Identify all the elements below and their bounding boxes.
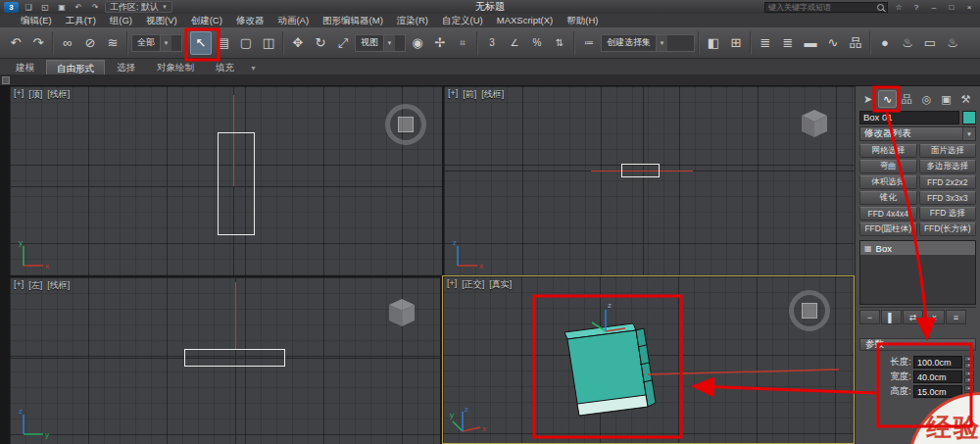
box-wireframe-front[interactable] — [621, 164, 660, 177]
length-spinner[interactable]: ▲▼ — [964, 356, 974, 369]
snap-toggle-3d[interactable]: 3 — [481, 31, 503, 55]
window-crossing-toggle[interactable]: ◫ — [258, 31, 279, 55]
tab-hierarchy[interactable]: 品 — [898, 90, 916, 108]
remove-modifier-button[interactable]: × — [924, 310, 945, 324]
named-selection-set-dropdown[interactable]: 创建选择集 ▼ — [601, 34, 695, 52]
viewcube-face[interactable] — [802, 303, 817, 319]
keyboard-override-toggle[interactable]: ⌗ — [452, 31, 473, 55]
unlink-selection-icon[interactable]: ⊘ — [79, 31, 101, 55]
menu-group[interactable]: 组(G) — [103, 14, 139, 27]
select-by-name-button[interactable]: ▤ — [213, 31, 234, 55]
select-and-rotate-button[interactable]: ↻ — [310, 31, 331, 55]
width-field[interactable]: 40.0cm — [913, 370, 962, 383]
reference-coordinate-dropdown[interactable]: 视图 ▼ — [355, 34, 406, 52]
spinner-snap-toggle[interactable]: ⇅ — [549, 31, 570, 55]
select-and-move-button[interactable]: ✥ — [287, 31, 309, 55]
selection-filter-dropdown[interactable]: 全部 ▼ — [131, 34, 182, 52]
show-end-result-button[interactable]: ▌ — [881, 310, 902, 324]
modifier-button[interactable]: 多边形选择 — [919, 160, 977, 173]
spin-up-icon[interactable]: ▲ — [964, 385, 974, 391]
width-spinner[interactable]: ▲▼ — [964, 370, 974, 383]
modifier-button[interactable]: 弯曲 — [859, 160, 917, 173]
viewcube[interactable] — [789, 290, 830, 331]
material-editor-button[interactable]: ● — [874, 31, 896, 55]
viewcube[interactable] — [385, 104, 426, 145]
select-and-manipulate-button[interactable]: ✢ — [429, 31, 451, 55]
minimize-icon[interactable]: – — [927, 2, 941, 13]
mirror-button[interactable]: ◧ — [703, 31, 724, 55]
render-setup-button[interactable]: ♨ — [897, 31, 918, 55]
viewport-pov-label[interactable]: [前] — [463, 88, 476, 101]
modifier-button[interactable]: 网格选择 — [859, 144, 917, 158]
menu-animation[interactable]: 动画(A) — [270, 14, 316, 27]
modifier-button[interactable]: 锥化 — [859, 191, 917, 205]
tab-display[interactable]: ▣ — [937, 90, 956, 108]
favorites-icon[interactable]: ☆ — [892, 2, 906, 13]
percent-snap-toggle[interactable]: % — [526, 31, 548, 55]
menu-help[interactable]: 帮助(H) — [560, 14, 605, 27]
redo-icon[interactable]: ↷ — [88, 2, 102, 13]
align-button[interactable]: ⊞ — [725, 31, 747, 55]
menu-graph-editors[interactable]: 图形编辑器(M) — [316, 14, 390, 27]
select-and-scale-button[interactable]: ⤢ — [332, 31, 354, 55]
viewcube-face[interactable] — [398, 117, 414, 132]
menu-customize[interactable]: 自定义(U) — [435, 14, 490, 27]
viewport-menu-plus[interactable]: [+] — [448, 88, 458, 101]
search-icon[interactable] — [877, 4, 884, 11]
render-production-button[interactable]: ♨ — [942, 31, 963, 55]
select-object-button[interactable]: ↖ — [190, 31, 212, 55]
viewport-pov-label[interactable]: [正交] — [462, 278, 484, 291]
box-wireframe-left[interactable] — [184, 349, 285, 367]
length-field[interactable]: 100.0cm — [913, 356, 962, 369]
modifier-button[interactable]: FFD 4x4x4 — [859, 207, 917, 221]
pin-stack-button[interactable]: − — [859, 310, 880, 324]
menu-views[interactable]: 视图(V) — [139, 14, 184, 27]
object-color-swatch[interactable] — [962, 111, 976, 124]
modifier-button[interactable]: 体积选择 — [859, 175, 917, 189]
infocenter-search[interactable] — [764, 2, 888, 13]
ribbon-tab-selection[interactable]: 选择 — [107, 60, 145, 74]
help-icon[interactable]: ? — [909, 2, 923, 13]
menu-edit[interactable]: 编辑(E) — [14, 14, 59, 27]
parameters-rollout-header[interactable]: 参数 — [859, 338, 976, 351]
new-scene-icon[interactable]: ❏ — [22, 2, 35, 13]
modifier-button[interactable]: FFD(长方体) — [919, 222, 977, 236]
tab-utilities[interactable]: ⚒ — [956, 90, 975, 108]
viewport-menu-plus[interactable]: [+] — [447, 278, 457, 291]
modifier-button[interactable]: FFD(圆柱体) — [859, 222, 917, 236]
ribbon-collapse-icon[interactable]: ▼ — [250, 65, 257, 74]
tab-create[interactable]: ➤ — [858, 90, 877, 108]
spin-down-icon[interactable]: ▼ — [964, 377, 974, 383]
modifier-button[interactable]: 面片选择 — [919, 144, 977, 158]
rendered-frame-window-button[interactable]: ▭ — [919, 31, 941, 55]
toggle-scene-explorer-button[interactable]: ≣ — [755, 31, 776, 55]
select-and-link-icon[interactable]: ∞ — [57, 31, 78, 55]
undo-icon[interactable]: ↶ — [72, 2, 85, 13]
ribbon-tab-freeform[interactable]: 自由形式 — [46, 60, 105, 74]
undo-button[interactable]: ↶ — [5, 31, 26, 55]
tab-motion[interactable]: ◎ — [917, 90, 936, 108]
spin-up-icon[interactable]: ▲ — [964, 370, 974, 376]
viewport-orthographic[interactable]: [+] [正交] [真实] z — [442, 275, 855, 444]
open-file-icon[interactable]: ◱ — [38, 2, 52, 13]
modifier-button[interactable]: FFD 选择 — [919, 207, 977, 221]
ribbon-tab-populate[interactable]: 填充 — [206, 60, 244, 74]
viewport-shading-label[interactable]: [线框] — [47, 88, 70, 101]
toggle-ribbon-button[interactable]: ▬ — [800, 31, 821, 55]
viewport-left[interactable]: [+] [左] [线框] y z — [10, 277, 440, 444]
spin-down-icon[interactable]: ▼ — [964, 363, 974, 369]
viewport-shading-label[interactable]: [线框] — [481, 88, 504, 101]
rectangular-selection-region-button[interactable]: ▢ — [235, 31, 257, 55]
tab-modify[interactable]: ∿ — [878, 90, 897, 108]
modifier-button[interactable]: FFD 3x3x3 — [919, 191, 977, 205]
edit-named-selection-sets-button[interactable]: ≔ — [578, 31, 600, 55]
viewcube[interactable] — [385, 295, 418, 328]
menu-tools[interactable]: 工具(T) — [59, 14, 103, 27]
schematic-view-button[interactable]: 品 — [845, 31, 866, 55]
search-input[interactable] — [768, 3, 874, 12]
viewport-top[interactable]: [+] [顶] [线框] x y — [10, 86, 442, 275]
workspace-dropdown[interactable]: 工作区: 默认 ▼ — [105, 1, 172, 13]
curve-editor-button[interactable]: ∿ — [822, 31, 844, 55]
spin-up-icon[interactable]: ▲ — [964, 356, 974, 362]
use-pivot-center-button[interactable]: ◉ — [407, 31, 428, 55]
